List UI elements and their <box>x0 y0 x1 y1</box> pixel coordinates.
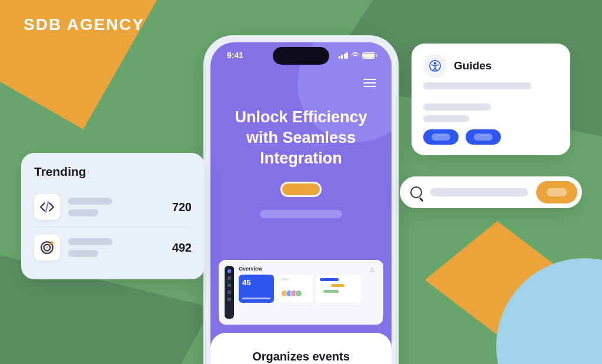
trending-value: 720 <box>165 201 192 214</box>
brand-logo: SDB AGENCY <box>24 15 145 34</box>
guides-card: Guides <box>412 44 570 155</box>
svg-point-3 <box>46 246 48 248</box>
hero-title: Unlock Efficiency with Seamless Integrat… <box>228 107 374 169</box>
phone-screen: 9:41 Unlock Efficiency with Seamless Int… <box>210 42 392 364</box>
dashboard-team-tile <box>277 275 313 303</box>
search-button[interactable] <box>536 181 577 203</box>
search-input[interactable] <box>430 188 528 196</box>
placeholder-line <box>423 103 491 111</box>
svg-point-5 <box>434 62 436 64</box>
trending-card: Trending 720 492 <box>21 153 205 279</box>
dashboard-stat: 45 <box>242 278 270 287</box>
trending-title: Trending <box>34 165 192 179</box>
hero-sub-bar <box>260 210 342 218</box>
hero-cta-button[interactable] <box>280 182 322 197</box>
guides-title: Guides <box>454 59 491 72</box>
trending-value: 492 <box>165 241 192 255</box>
status-time: 9:41 <box>227 51 243 60</box>
bell-icon: △ <box>367 266 377 319</box>
wifi-icon <box>351 52 359 58</box>
placeholder-line <box>423 82 531 89</box>
hero: Unlock Efficiency with Seamless Integrat… <box>210 107 392 218</box>
phone-frame: 9:41 Unlock Efficiency with Seamless Int… <box>203 35 399 364</box>
dashboard-nav <box>225 266 234 319</box>
search-bar[interactable] <box>400 176 582 208</box>
signal-icon <box>339 52 349 59</box>
dashboard-stat-tile: 45 <box>239 275 274 303</box>
trending-row[interactable]: 720 <box>34 187 192 227</box>
trending-placeholder <box>68 198 156 216</box>
trending-placeholder <box>68 238 156 257</box>
svg-line-0 <box>46 202 48 212</box>
status-icons <box>339 52 376 59</box>
trending-row[interactable]: 492 <box>34 227 192 268</box>
battery-icon <box>362 52 375 59</box>
menu-icon[interactable] <box>363 79 376 87</box>
target-icon <box>34 235 60 261</box>
guides-pill-button[interactable] <box>423 129 459 145</box>
placeholder-line <box>423 115 469 122</box>
dashboard-preview: Overview 45 △ <box>219 260 383 325</box>
bottom-sheet: Organizes events chronologically <box>210 333 392 364</box>
guides-pill-button[interactable] <box>466 129 501 145</box>
dashboard-gantt-tile <box>316 275 361 303</box>
avatar-stack <box>281 290 309 297</box>
search-icon <box>410 186 422 198</box>
dashboard-label: Overview <box>239 266 362 272</box>
sheet-title: Organizes events chronologically <box>225 349 377 364</box>
code-icon <box>34 194 60 220</box>
phone-notch <box>273 47 329 65</box>
accessibility-icon <box>423 54 447 78</box>
